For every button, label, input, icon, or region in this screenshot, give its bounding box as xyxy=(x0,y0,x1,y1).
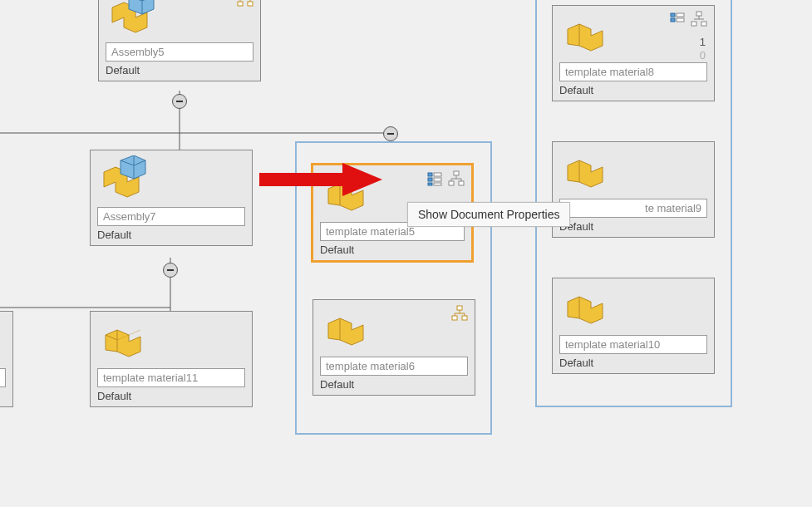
svg-rect-34 xyxy=(434,178,441,181)
svg-marker-20 xyxy=(121,155,145,179)
svg-rect-33 xyxy=(428,178,432,181)
collapse-toggle[interactable] xyxy=(172,94,187,109)
node-partial-left[interactable]: l7 Default xyxy=(0,311,13,407)
svg-rect-39 xyxy=(459,181,464,185)
hierarchy-icon[interactable] xyxy=(448,170,465,187)
svg-rect-36 xyxy=(434,183,441,185)
svg-rect-57 xyxy=(671,18,675,22)
svg-marker-64 xyxy=(568,160,603,187)
part-icon xyxy=(559,283,613,330)
svg-rect-55 xyxy=(671,13,675,17)
part-icon xyxy=(559,11,613,57)
svg-rect-60 xyxy=(691,22,696,26)
part-icon xyxy=(320,170,373,217)
svg-rect-58 xyxy=(677,18,684,22)
svg-marker-53 xyxy=(568,24,603,51)
node-name-input[interactable]: template material6 xyxy=(320,357,468,376)
node-name-input[interactable]: Assembly7 xyxy=(97,207,245,226)
node-state-label: Default xyxy=(320,376,468,391)
node-name-input[interactable]: Assembly5 xyxy=(106,42,253,62)
node-state-label: Default xyxy=(97,226,245,242)
node-tm8[interactable]: 1 0 template material8 Default xyxy=(552,5,715,101)
hierarchy-icon[interactable] xyxy=(237,0,253,7)
hierarchy-icon[interactable] xyxy=(451,305,468,322)
collapse-toggle[interactable] xyxy=(163,263,178,278)
svg-marker-44 xyxy=(328,318,363,345)
svg-rect-61 xyxy=(701,22,706,26)
part-icon xyxy=(559,147,613,194)
part-icon xyxy=(320,305,373,352)
svg-rect-46 xyxy=(457,306,462,310)
svg-marker-66 xyxy=(568,297,603,323)
node-state-label: Default xyxy=(320,241,465,257)
node-name-input[interactable]: template material11 xyxy=(97,368,245,387)
svg-rect-56 xyxy=(677,13,684,17)
tooltip-text: Show Document Properties xyxy=(418,208,559,221)
svg-rect-14 xyxy=(248,2,253,6)
svg-rect-32 xyxy=(434,173,441,176)
count-value: 1 xyxy=(700,36,706,49)
node-name-input[interactable]: l7 xyxy=(0,368,6,387)
svg-rect-31 xyxy=(428,173,432,176)
properties-icon[interactable] xyxy=(426,170,443,187)
svg-rect-35 xyxy=(428,183,432,185)
collapse-toggle[interactable] xyxy=(383,126,398,141)
node-tm10[interactable]: template material10 Default xyxy=(552,278,715,374)
node-tm6[interactable]: template material6 Default xyxy=(312,299,475,396)
svg-rect-48 xyxy=(462,316,467,320)
node-assembly7[interactable]: Assembly7 Default xyxy=(90,150,253,246)
hierarchy-icon[interactable] xyxy=(691,11,707,27)
assembly-icon xyxy=(97,155,150,202)
node-tm11[interactable]: template material11 Default xyxy=(90,311,253,407)
svg-marker-25 xyxy=(106,330,140,357)
node-state-label: Default xyxy=(97,387,245,403)
svg-rect-13 xyxy=(238,2,243,6)
part-icon xyxy=(97,317,150,363)
svg-marker-29 xyxy=(328,184,363,210)
node-name-input[interactable]: template material10 xyxy=(559,335,707,354)
node-state-label: Default xyxy=(0,387,6,403)
node-name-input[interactable]: te material9 xyxy=(559,199,707,218)
node-state-label: Default xyxy=(106,62,253,77)
assembly-icon xyxy=(106,0,159,37)
node-tm9[interactable]: te material9 Default xyxy=(552,141,715,238)
svg-rect-38 xyxy=(449,181,454,185)
svg-rect-47 xyxy=(452,316,457,320)
count-value: 0 xyxy=(700,49,706,62)
properties-icon[interactable] xyxy=(669,11,686,27)
tooltip: Show Document Properties xyxy=(407,202,570,227)
node-state-label: Default xyxy=(559,354,707,370)
node-state-label: Default xyxy=(559,81,707,97)
node-name-input[interactable]: template material8 xyxy=(559,62,707,81)
node-assembly5[interactable]: Assembly5 Default xyxy=(98,0,261,81)
svg-rect-59 xyxy=(696,12,701,16)
svg-rect-37 xyxy=(454,171,459,175)
node-state-label: Default xyxy=(559,218,707,234)
